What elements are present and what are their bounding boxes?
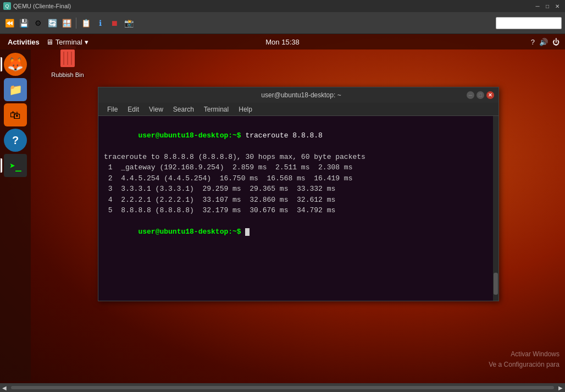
minimize-button[interactable]: ─	[533, 2, 542, 10]
windows-watermark: Activar Windows Ve a Configuración para	[489, 349, 560, 370]
term-prompt-2: user@ubuntu18-desktop:~$	[138, 228, 245, 236]
term-line-1: user@ubuntu18-desktop:~$ traceroute 8.8.…	[104, 119, 493, 152]
terminal-icon: ➤_	[9, 160, 21, 172]
term-line-6: 4 2.2.2.1 (2.2.2.1) 33.107 ms 32.860 ms …	[104, 195, 493, 206]
terminal-window-controls: ─ □ ✕	[467, 91, 494, 99]
topbar-right-icons: ? 🔊 ⏻	[531, 38, 560, 46]
sidebar-icon-help[interactable]: ?	[4, 129, 27, 152]
term-line-3: 1 _gateway (192.168.9.254) 2.859 ms 2.51…	[104, 162, 493, 173]
help-icon[interactable]: ?	[531, 38, 535, 46]
restore-button[interactable]: □	[543, 2, 552, 10]
term-line-4: 2 4.4.5.254 (4.4.5.254) 16.750 ms 16.568…	[104, 173, 493, 184]
watermark-line2: Ve a Configuración para	[489, 360, 560, 370]
toolbar-clipboard-icon[interactable]: 📋	[80, 17, 92, 29]
desktop: Q QEMU (Cliente-Final) ─ □ ✕ ⏪ 💾 ⚙ 🔄 🪟 📋…	[0, 0, 565, 392]
sidebar-icon-terminal[interactable]: ➤_	[4, 154, 27, 177]
toolbar-separator	[76, 18, 76, 29]
menu-view[interactable]: View	[145, 104, 168, 114]
qemu-title: QEMU (Cliente-Final)	[13, 3, 531, 9]
qemu-app-icon: Q	[3, 2, 11, 10]
scroll-left-arrow[interactable]: ◀	[0, 383, 9, 392]
scroll-track[interactable]	[11, 386, 554, 389]
term-cursor	[245, 228, 250, 236]
files-icon: 📁	[9, 83, 23, 96]
scroll-right-arrow[interactable]: ▶	[556, 383, 565, 392]
terminal-menu-chevron: ▾	[85, 38, 88, 46]
term-prompt-1: user@ubuntu18-desktop:~$	[138, 131, 245, 140]
appstore-icon: 🛍	[10, 109, 21, 122]
menu-file[interactable]: File	[103, 104, 122, 114]
terminal-scrollbar-thumb	[494, 273, 498, 295]
terminal-menu[interactable]: 🖥 Terminal ▾	[46, 38, 88, 46]
menu-edit[interactable]: Edit	[123, 104, 143, 114]
toolbar-refresh-icon[interactable]: 🔄	[46, 17, 58, 29]
qemu-taskbar: Q QEMU (Cliente-Final) ─ □ ✕	[0, 0, 565, 12]
rubbish-bin-label: Rubbish Bin	[51, 71, 84, 78]
term-line-7: 5 8.8.8.8 (8.8.8.8) 32.179 ms 30.676 ms …	[104, 205, 493, 216]
terminal-scrollbar[interactable]	[493, 116, 498, 301]
sidebar-icon-appstore[interactable]: 🛍	[4, 103, 27, 126]
terminal-title: user@ubuntu18-desktop: ~	[136, 91, 467, 99]
watermark-line1: Activar Windows	[489, 349, 560, 360]
firefox-icon: 🦊	[7, 57, 24, 72]
help-sidebar-icon: ?	[12, 134, 19, 147]
terminal-content[interactable]: user@ubuntu18-desktop:~$ traceroute 8.8.…	[98, 116, 498, 301]
menu-help[interactable]: Help	[234, 104, 257, 114]
ubuntu-topbar: Activities 🖥 Terminal ▾ Mon 15:38 ? 🔊 ⏻	[0, 34, 565, 49]
toolbar-info-icon[interactable]: ℹ	[94, 17, 106, 29]
terminal-maximize-button[interactable]: □	[477, 91, 484, 99]
terminal-window: user@ubuntu18-desktop: ~ ─ □ ✕ File Edit…	[98, 87, 499, 301]
close-button[interactable]: ✕	[553, 2, 562, 10]
toolbar-floppy-icon[interactable]: 💾	[18, 17, 30, 29]
terminal-titlebar: user@ubuntu18-desktop: ~ ─ □ ✕	[98, 87, 498, 103]
terminal-menu-label: Terminal	[56, 38, 82, 46]
terminal-menu-icon: 🖥	[46, 38, 53, 46]
sidebar-icon-firefox[interactable]: 🦊	[4, 53, 27, 76]
toolbar-rewind-icon[interactable]: ⏪	[3, 17, 15, 29]
term-line-8: user@ubuntu18-desktop:~$	[104, 216, 493, 249]
term-line-5: 3 3.3.3.1 (3.3.3.1) 29.259 ms 29.365 ms …	[104, 184, 493, 195]
volume-icon[interactable]: 🔊	[539, 38, 548, 46]
sidebar-icon-files[interactable]: 📁	[4, 78, 27, 101]
toolbar-window-icon[interactable]: 🪟	[60, 17, 73, 29]
qemu-toolbar: ⏪ 💾 ⚙ 🔄 🪟 📋 ℹ ⏹ 📸	[0, 12, 565, 34]
toolbar-gear-icon[interactable]: ⚙	[32, 17, 44, 29]
term-cmd-1: traceroute 8.8.8.8	[245, 131, 322, 140]
power-icon[interactable]: ⏻	[552, 38, 560, 46]
menu-terminal[interactable]: Terminal	[200, 104, 233, 114]
window-controls: ─ □ ✕	[533, 2, 562, 10]
clock: Mon 15:38	[265, 38, 299, 46]
terminal-close-button[interactable]: ✕	[486, 91, 494, 99]
desktop-scrollbar[interactable]: ◀ ▶	[0, 383, 565, 392]
ubuntu-sidebar: 🦊 📁 🛍 ? ➤_	[0, 49, 31, 381]
activities-button[interactable]: Activities	[5, 38, 46, 46]
toolbar-search-input[interactable]	[496, 17, 562, 29]
terminal-menubar: File Edit View Search Terminal Help	[98, 103, 498, 116]
term-line-2: traceroute to 8.8.8.8 (8.8.8.8), 30 hops…	[104, 152, 493, 163]
toolbar-stop-icon[interactable]: ⏹	[108, 17, 120, 29]
menu-search[interactable]: Search	[169, 104, 198, 114]
toolbar-snapshot-icon[interactable]: 📸	[123, 17, 135, 29]
terminal-minimize-button[interactable]: ─	[467, 91, 474, 99]
